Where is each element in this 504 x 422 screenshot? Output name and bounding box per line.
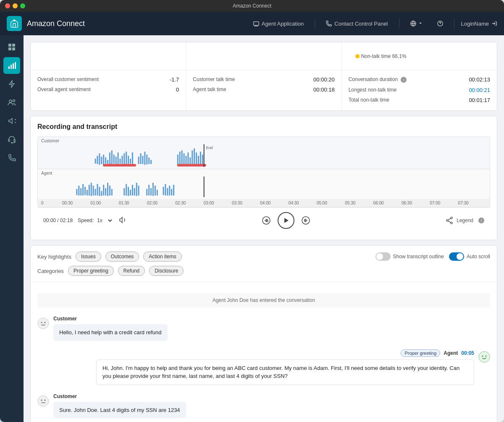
total-nontalk-value: 00:01:17 — [469, 97, 490, 105]
longest-nontalk-row: Longest non-talk time 00:00:21 — [349, 87, 490, 94]
svg-rect-90 — [155, 186, 156, 196]
auto-scroll-toggle-group[interactable]: Auto scroll — [449, 252, 490, 261]
svg-rect-5 — [12, 44, 15, 47]
svg-rect-23 — [107, 160, 108, 164]
sidebar-item-analytics[interactable] — [3, 57, 20, 74]
svg-rect-42 — [150, 160, 152, 164]
svg-rect-28 — [118, 152, 119, 164]
svg-rect-39 — [144, 152, 145, 165]
sidebar-item-routing[interactable] — [3, 76, 20, 92]
svg-rect-77 — [111, 189, 113, 196]
svg-point-16 — [11, 142, 12, 143]
player-right: Legend i — [446, 217, 484, 224]
sidebar-item-queues[interactable] — [3, 131, 20, 148]
timeline-tick-4: 02:00 — [147, 201, 175, 205]
timeline-tick-11: 05:30 — [345, 201, 373, 205]
msg-group-customer-1: Customer Hello, I need help with a credi… — [37, 316, 490, 341]
player-time: 00:00 / 02:18 — [43, 218, 73, 223]
svg-rect-1 — [254, 22, 259, 26]
forward-button[interactable] — [301, 216, 310, 225]
sidebar-item-dashboard[interactable] — [3, 39, 20, 55]
chevron-down-icon — [419, 22, 422, 25]
system-message: Agent John Doe has entered the conversat… — [37, 293, 490, 307]
svg-rect-62 — [80, 188, 81, 196]
sidebar — [0, 35, 24, 422]
minimize-button[interactable] — [13, 3, 18, 8]
globe-button[interactable] — [406, 18, 426, 29]
svg-rect-46 — [184, 153, 185, 165]
maximize-button[interactable] — [20, 3, 25, 8]
agent-track-label: Agent — [41, 171, 486, 176]
svg-rect-29 — [119, 159, 121, 164]
player-controls: 00:00 / 02:18 Speed: 1x 1.5x 2x — [37, 207, 490, 233]
customer-sender-label-1: Customer — [53, 316, 168, 322]
svg-point-102 — [302, 217, 310, 224]
outcomes-tag-button[interactable]: Outcomes — [105, 252, 139, 262]
play-button[interactable] — [278, 212, 294, 229]
toggle-thumb — [376, 253, 383, 260]
share-icon — [446, 217, 453, 224]
speed-select[interactable]: 1x 1.5x 2x — [95, 217, 113, 224]
agent-application-button[interactable]: Agent Application — [249, 18, 308, 29]
svg-rect-71 — [99, 187, 100, 196]
svg-point-0 — [13, 20, 15, 22]
close-button[interactable] — [5, 3, 10, 8]
transcript-section: Key highlights Issues Outcomes Action it… — [30, 245, 497, 422]
agent-bubble-1: Hi, John. I'm happy to help and thank yo… — [96, 359, 474, 385]
svg-point-114 — [45, 399, 46, 401]
svg-rect-45 — [181, 150, 183, 165]
svg-rect-40 — [146, 155, 147, 165]
user-menu[interactable]: LoginName — [461, 21, 498, 27]
svg-rect-9 — [10, 65, 12, 69]
svg-rect-75 — [107, 183, 108, 196]
username-label: LoginName — [461, 21, 489, 27]
agent-sentiment-value: 0 — [176, 86, 179, 94]
customer-bubble-2: Sure. John Doe. Last 4 digits of my SSN … — [53, 402, 186, 419]
action-items-tag-button[interactable]: Action items — [143, 252, 181, 262]
help-button[interactable] — [433, 18, 447, 29]
auto-scroll-toggle-switch[interactable] — [449, 252, 464, 261]
svg-point-12 — [9, 100, 12, 102]
svg-point-103 — [451, 217, 452, 219]
svg-point-111 — [486, 355, 487, 356]
svg-rect-8 — [8, 66, 10, 69]
window-title: Amazon Connect — [233, 3, 271, 9]
svg-point-105 — [446, 220, 448, 221]
play-icon — [283, 217, 289, 224]
longest-nontalk-label: Longest non-talk time — [349, 87, 397, 93]
contact-control-panel-button[interactable]: Contact Control Panel — [322, 18, 392, 29]
svg-rect-61 — [78, 186, 79, 196]
rewind-button[interactable]: 10 — [262, 216, 271, 225]
stats-section: Non-talk time 66.1% Overall customer sen… — [30, 42, 497, 111]
issues-tag-button[interactable]: Issues — [76, 252, 101, 262]
svg-rect-82 — [132, 185, 133, 196]
legend-info-icon[interactable]: i — [478, 218, 484, 223]
transcript-outline-toggle-switch[interactable] — [375, 252, 391, 261]
svg-rect-38 — [142, 156, 143, 164]
svg-rect-56 — [103, 164, 136, 167]
svg-rect-19 — [99, 153, 100, 165]
svg-point-109 — [479, 351, 490, 362]
svg-point-110 — [482, 355, 483, 356]
waveform-container[interactable]: Customer — [37, 136, 490, 207]
msg-row-customer-1: Customer Hello, I need help with a credi… — [37, 316, 490, 341]
timeline-tick-2: 01:00 — [90, 201, 118, 205]
recording-title: Recording and transcript — [37, 123, 490, 131]
svg-point-104 — [451, 222, 452, 224]
svg-rect-6 — [8, 47, 11, 50]
svg-rect-83 — [134, 188, 135, 196]
rewind-icon: 10 — [262, 216, 271, 225]
show-transcript-outline-toggle[interactable]: Show transcript outline — [375, 252, 444, 261]
svg-rect-44 — [179, 152, 181, 165]
customer-talk-row: Customer talk time 00:00:20 — [193, 76, 334, 84]
svg-rect-20 — [101, 157, 102, 164]
timeline-tick-9: 04:30 — [289, 201, 317, 205]
share-button[interactable] — [446, 217, 453, 224]
conv-duration-label: Conversation duration i — [349, 76, 407, 83]
stats-data-row: Overall customer sentiment -1.7 Overall … — [31, 71, 497, 110]
sidebar-item-phone[interactable] — [3, 149, 20, 166]
volume-button[interactable] — [118, 216, 126, 225]
sidebar-item-users[interactable] — [3, 94, 20, 111]
sidebar-item-campaigns[interactable] — [3, 113, 20, 129]
svg-rect-48 — [187, 152, 189, 165]
